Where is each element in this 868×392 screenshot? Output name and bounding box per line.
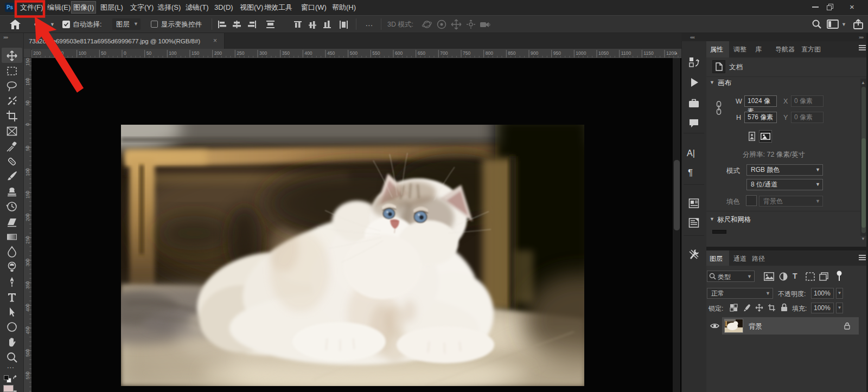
svg-text:200: 200 (214, 50, 222, 56)
svg-text:750: 750 (463, 50, 471, 56)
svg-text:450: 450 (25, 326, 30, 335)
svg-text:550: 550 (25, 371, 30, 380)
svg-text:600: 600 (395, 50, 403, 56)
svg-text:400: 400 (25, 304, 30, 312)
svg-text:800: 800 (486, 50, 494, 56)
svg-text:350: 350 (282, 50, 290, 56)
svg-text:900: 900 (531, 50, 539, 56)
svg-text:950: 950 (553, 50, 561, 56)
svg-text:1050: 1050 (598, 50, 609, 56)
svg-text:500: 500 (350, 50, 358, 56)
svg-text:150: 150 (192, 50, 200, 56)
svg-text:850: 850 (508, 50, 516, 56)
svg-text:250: 250 (237, 50, 245, 56)
svg-text:650: 650 (418, 50, 426, 56)
svg-text:350: 350 (25, 281, 30, 289)
svg-text:300: 300 (25, 259, 30, 267)
svg-text:1150: 1150 (643, 50, 654, 56)
svg-text:1100: 1100 (621, 50, 631, 56)
svg-text:200: 200 (25, 213, 30, 221)
svg-text:150: 150 (25, 191, 30, 199)
svg-text:250: 250 (25, 236, 30, 244)
svg-text:550: 550 (372, 50, 380, 56)
svg-text:100: 100 (25, 168, 30, 176)
svg-text:300: 300 (259, 50, 267, 56)
svg-text:500: 500 (25, 349, 30, 357)
svg-text:450: 450 (327, 50, 335, 56)
svg-text:50: 50 (25, 145, 30, 151)
svg-text:400: 400 (304, 50, 312, 56)
svg-text:100: 100 (169, 50, 177, 56)
svg-text:700: 700 (440, 50, 448, 56)
svg-text:1000: 1000 (576, 50, 586, 56)
